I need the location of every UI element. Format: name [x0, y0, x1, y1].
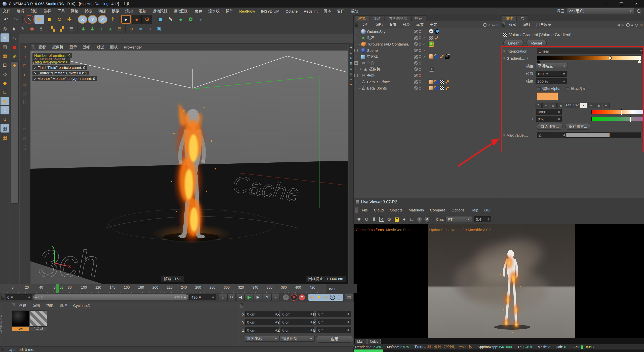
- anim-dot-icon[interactable]: ◎: [503, 134, 505, 137]
- mode-hsv-button[interactable]: HSV: [573, 103, 579, 108]
- tag-bluebox-icon[interactable]: [434, 86, 439, 90]
- render-dot[interactable]: [419, 32, 421, 33]
- lock-resolution-icon[interactable]: [393, 215, 400, 223]
- xpresso-node-icon[interactable]: ↳: [10, 34, 19, 42]
- tag-comp-icon[interactable]: ⇄: [429, 29, 433, 33]
- kernel-settings-icon[interactable]: ⚙: [385, 215, 393, 223]
- material-menu-cycles4d[interactable]: Cycles 4D: [70, 303, 93, 308]
- layer-visibility-toggle[interactable]: [414, 86, 418, 90]
- sun-light-icon[interactable]: ☀: [10, 52, 19, 61]
- om-menu-edit[interactable]: 编辑: [372, 22, 386, 27]
- expand-icon[interactable]: +: [354, 74, 358, 77]
- tag-stripe-icon[interactable]: [429, 36, 433, 40]
- magnet-snap-icon[interactable]: ∪: [1, 115, 9, 123]
- focus-picker-icon[interactable]: F: [416, 215, 423, 223]
- lock-z-icon[interactable]: Z: [98, 15, 107, 24]
- gradient-bar[interactable]: [537, 56, 641, 60]
- tag-glow-icon[interactable]: [429, 42, 433, 46]
- visibility-dots[interactable]: [419, 42, 421, 46]
- editor-dot[interactable]: [419, 86, 421, 88]
- om-menu-tags[interactable]: 标签: [413, 22, 427, 27]
- viewport-menu-options[interactable]: 选项: [80, 45, 94, 50]
- gizmo-tri-icon[interactable]: ▲: [349, 77, 353, 81]
- menu-item-pipeline[interactable]: 流水线: [205, 9, 223, 14]
- layer-visibility-toggle[interactable]: [414, 55, 418, 59]
- tag-dots-icon[interactable]: [445, 80, 449, 84]
- vertical-splitter[interactable]: [353, 15, 353, 352]
- viewport-3d-view[interactable]: 3ch Cache: [30, 51, 348, 284]
- gradient-flip-button[interactable]: T: [535, 103, 542, 108]
- enable-mark[interactable]: ✕: [422, 36, 427, 40]
- loop-back-button[interactable]: ↺: [227, 294, 236, 301]
- spinner-icon[interactable]: [27, 296, 30, 298]
- strength-field[interactable]: 200 %: [536, 78, 567, 84]
- channel-select[interactable]: PT▼: [446, 216, 472, 222]
- layer-visibility-toggle[interactable]: [414, 80, 418, 84]
- tag-dots-icon[interactable]: [434, 36, 439, 40]
- maximize-button[interactable]: [614, 0, 629, 8]
- anim-dot-icon[interactable]: ◎: [503, 50, 505, 53]
- viewport-menu-cameras[interactable]: 摄像机: [49, 45, 66, 50]
- goto-end-button[interactable]: »: [271, 294, 280, 301]
- lv-menu-file[interactable]: File: [359, 208, 371, 212]
- tag-blacksphere-icon[interactable]: [445, 54, 450, 59]
- prev-frame-button[interactable]: ◀: [236, 294, 245, 301]
- color-swatch[interactable]: [537, 92, 558, 100]
- render-settings-icon[interactable]: ⚙: [142, 15, 152, 24]
- autokey-button[interactable]: [291, 294, 297, 301]
- render-region-frame-icon[interactable]: □: [408, 215, 416, 223]
- viewport-menu-view[interactable]: 查看: [35, 45, 49, 50]
- knot-interpolation-select[interactable]: 平滑结点▼: [536, 63, 568, 69]
- editor-dot[interactable]: [419, 30, 421, 31]
- fold-icon[interactable]: ▼: [527, 57, 529, 60]
- search-icon[interactable]: [637, 9, 640, 13]
- visibility-dots[interactable]: [419, 68, 421, 71]
- visibility-dots[interactable]: [419, 86, 421, 90]
- render-dot[interactable]: [419, 82, 421, 83]
- spline-primitive-icon[interactable]: ●: [176, 15, 185, 24]
- rotation-p-field[interactable]: 0 °: [316, 319, 351, 325]
- palette-c-icon[interactable]: ☰: [67, 25, 75, 33]
- tab-attributes[interactable]: 属性: [502, 15, 516, 21]
- coord-system-icon[interactable]: ↥: [108, 15, 117, 24]
- editor-dot[interactable]: [419, 68, 421, 69]
- stack-brown-icon[interactable]: ☰: [115, 25, 124, 33]
- lock-y-icon[interactable]: Y: [88, 15, 97, 24]
- expand-icon[interactable]: +: [354, 49, 358, 52]
- view-pan-icon[interactable]: ✚: [349, 45, 353, 50]
- visibility-dots[interactable]: [419, 36, 421, 39]
- keyframe-selection-icon[interactable]: ▤: [345, 294, 353, 301]
- layer-visibility-toggle[interactable]: [414, 29, 418, 34]
- om-menu-objects[interactable]: 对象: [399, 22, 413, 27]
- tag-sky-icon[interactable]: [434, 29, 439, 34]
- lv-menu-help[interactable]: Help: [468, 208, 481, 212]
- layer-visibility-toggle[interactable]: [414, 48, 418, 53]
- render-view-icon[interactable]: ▸: [121, 15, 131, 24]
- layer-visibility-toggle[interactable]: [414, 73, 418, 78]
- next-frame-button[interactable]: ▶: [254, 294, 262, 301]
- tree-item--[interactable]: │─≈毛发✕: [354, 35, 501, 41]
- visibility-dots[interactable]: [419, 61, 421, 65]
- tag-bluebox-icon[interactable]: [434, 54, 439, 59]
- visibility-dots[interactable]: [419, 80, 421, 83]
- render-camera-icon[interactable]: ◼: [10, 43, 19, 52]
- range-left-arrow-icon[interactable]: ◀: [35, 296, 37, 299]
- view-zoom-icon[interactable]: ⊙: [349, 51, 353, 55]
- viewport-menu-panel[interactable]: 面板: [107, 45, 121, 50]
- panel-grip[interactable]: [1, 347, 4, 351]
- tag-dots-icon[interactable]: [445, 86, 449, 90]
- history-forward-icon[interactable]: ▶: [622, 23, 624, 27]
- position-y-field[interactable]: 0 cm: [245, 319, 279, 325]
- max-value-slider-handle[interactable]: [609, 133, 610, 137]
- axis-mode-icon[interactable]: ∟: [1, 88, 9, 96]
- orange-cube-icon[interactable]: ■: [349, 82, 353, 86]
- lv-menu-materials[interactable]: Materials: [406, 208, 427, 212]
- menu-item-script[interactable]: 脚本: [320, 9, 334, 14]
- gradient-picture-button[interactable]: ▣: [557, 103, 564, 108]
- kelvin-field[interactable]: 4000: [536, 109, 562, 115]
- current-frame-box[interactable]: 63 F: [326, 284, 357, 293]
- panel-grip[interactable]: [355, 207, 358, 213]
- lv-menu-objects[interactable]: Objects: [387, 208, 406, 212]
- editor-dot[interactable]: [419, 80, 421, 81]
- timeline-ruler[interactable]: 0204060801001201401601802002202402602803…: [0, 284, 326, 293]
